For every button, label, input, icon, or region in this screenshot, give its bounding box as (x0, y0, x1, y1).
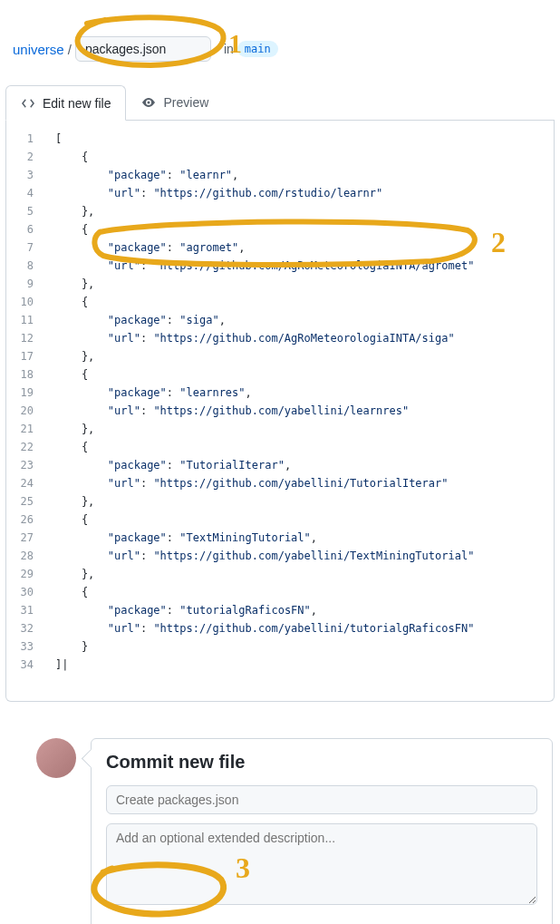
line-number: 23 (6, 456, 34, 474)
line-number: 25 (6, 492, 34, 511)
code-line[interactable]: "package": "learnr", (55, 166, 554, 184)
code-line[interactable]: { (55, 220, 554, 238)
code-line[interactable]: "url": "https://github.com/yabellini/tut… (55, 619, 554, 637)
code-line[interactable]: ]| (55, 656, 554, 674)
line-number: 2 (6, 148, 34, 166)
branch-pill[interactable]: main (237, 41, 278, 57)
code-line[interactable]: }, (55, 202, 554, 220)
line-number: 34 (6, 656, 34, 674)
code-line[interactable]: }, (55, 420, 554, 438)
line-number: 5 (6, 202, 34, 220)
tab-preview[interactable]: Preview (126, 85, 224, 120)
line-number: 7 (6, 238, 34, 257)
code-line[interactable]: { (55, 293, 554, 311)
commit-form: Commit new file Commit new file Cancel (91, 738, 553, 924)
code-line[interactable]: "url": "https://github.com/AgRoMeteorolo… (55, 257, 554, 275)
line-number: 9 (6, 275, 34, 293)
code-line[interactable]: { (55, 583, 554, 601)
code-line[interactable]: "url": "https://github.com/yabellini/Tut… (55, 474, 554, 492)
line-number: 31 (6, 601, 34, 619)
line-number: 29 (6, 565, 34, 583)
code-line[interactable]: "url": "https://github.com/yabellini/lea… (55, 402, 554, 420)
line-number-gutter: 1234567891011121718192021222324252627282… (6, 130, 43, 674)
line-number: 12 (6, 329, 34, 347)
code-line[interactable]: }, (55, 275, 554, 293)
tab-edit-file[interactable]: Edit new file (5, 85, 126, 121)
code-line[interactable]: "url": "https://github.com/AgRoMeteorolo… (55, 329, 554, 347)
line-number: 10 (6, 293, 34, 311)
code-editor[interactable]: 1234567891011121718192021222324252627282… (5, 121, 555, 702)
line-number: 3 (6, 166, 34, 184)
code-line[interactable]: }, (55, 565, 554, 583)
line-number: 17 (6, 347, 34, 365)
svg-point-0 (148, 102, 150, 104)
line-number: 19 (6, 384, 34, 402)
code-line[interactable]: "package": "TextMiningTutorial", (55, 529, 554, 547)
code-line[interactable]: "package": "learnres", (55, 384, 554, 402)
line-number: 27 (6, 529, 34, 547)
tab-preview-label: Preview (163, 95, 208, 110)
line-number: 6 (6, 220, 34, 238)
code-line[interactable]: "url": "https://github.com/yabellini/Tex… (55, 547, 554, 565)
line-number: 8 (6, 257, 34, 275)
line-number: 20 (6, 402, 34, 420)
code-line[interactable]: [ (55, 130, 554, 148)
line-number: 26 (6, 511, 34, 529)
code-line[interactable]: { (55, 148, 554, 166)
repo-link[interactable]: universe (13, 42, 64, 57)
code-line[interactable]: }, (55, 492, 554, 511)
line-number: 1 (6, 130, 34, 148)
tab-edit-label: Edit new file (43, 96, 111, 111)
code-line[interactable]: } (55, 637, 554, 656)
line-number: 33 (6, 637, 34, 656)
code-line[interactable]: "package": "agromet", (55, 238, 554, 257)
line-number: 4 (6, 184, 34, 202)
code-line[interactable]: "package": "tutorialgRaficosFN", (55, 601, 554, 619)
avatar (36, 738, 76, 778)
code-line[interactable]: }, (55, 347, 554, 365)
line-number: 21 (6, 420, 34, 438)
code-content[interactable]: [ { "package": "learnr", "url": "https:/… (43, 130, 554, 674)
eye-icon (141, 95, 156, 110)
filename-input[interactable] (75, 36, 211, 62)
line-number: 32 (6, 619, 34, 637)
editor-tabs: Edit new file Preview (5, 85, 555, 121)
code-line[interactable]: { (55, 365, 554, 384)
in-label: in (224, 42, 234, 56)
line-number: 28 (6, 547, 34, 565)
code-line[interactable]: { (55, 438, 554, 456)
commit-summary-input[interactable] (106, 785, 537, 814)
breadcrumb-separator: / (68, 42, 72, 57)
code-line[interactable]: { (55, 511, 554, 529)
code-icon (21, 96, 35, 111)
commit-heading: Commit new file (106, 752, 537, 773)
code-line[interactable]: "url": "https://github.com/rstudio/learn… (55, 184, 554, 202)
line-number: 24 (6, 474, 34, 492)
commit-description-input[interactable] (106, 823, 537, 905)
breadcrumb: universe / in main (0, 0, 560, 69)
code-line[interactable]: "package": "TutorialIterar", (55, 456, 554, 474)
line-number: 22 (6, 438, 34, 456)
code-line[interactable]: "package": "siga", (55, 311, 554, 329)
line-number: 30 (6, 583, 34, 601)
line-number: 18 (6, 365, 34, 384)
line-number: 11 (6, 311, 34, 329)
